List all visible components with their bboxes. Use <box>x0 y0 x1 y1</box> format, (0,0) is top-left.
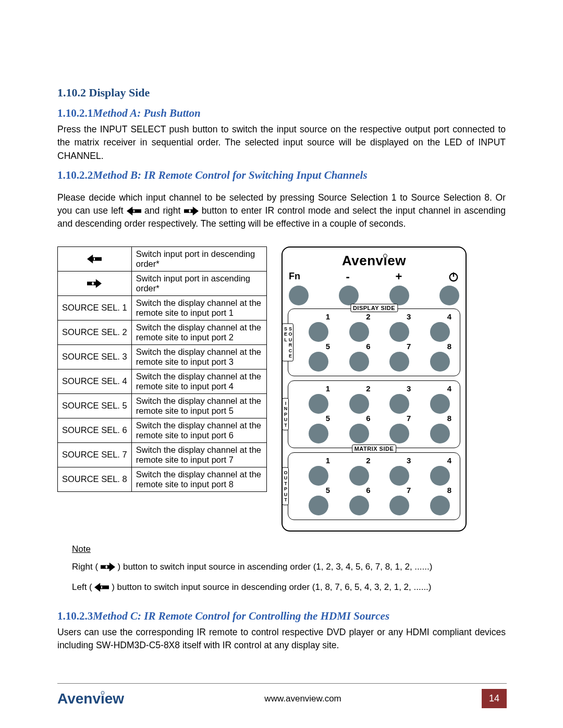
source-sel-button-7[interactable] <box>389 352 409 372</box>
remote-button-cell: 6 <box>345 486 374 515</box>
footer-logo: Avenview <box>57 690 124 707</box>
source-sel-button-2[interactable] <box>349 322 369 342</box>
table-cell-label <box>58 246 132 271</box>
table-row: SOURCE SEL. 4Switch the display channel … <box>58 369 267 393</box>
remote-minus-button[interactable] <box>339 286 359 305</box>
arrow-left-icon <box>87 253 102 265</box>
function-table: Switch input port in descending order*Sw… <box>57 246 267 492</box>
remote-button-number: 2 <box>345 456 374 465</box>
table-cell-desc: Switch the display channel at the remote… <box>131 418 266 442</box>
output-button-5[interactable] <box>309 496 328 515</box>
remote-button-number: 3 <box>385 312 414 321</box>
remote-button-number: 1 <box>304 384 333 393</box>
output-button-7[interactable] <box>389 496 409 515</box>
remote-button-cell: 5 <box>304 414 333 443</box>
output-button-6[interactable] <box>349 496 369 515</box>
table-cell-desc: Switch the display channel at the remote… <box>131 295 266 320</box>
output-button-8[interactable] <box>430 496 450 515</box>
remote-section-source-sel: DISPLAY SIDE SOURCE SEL 12345678 <box>288 309 460 376</box>
remote-button-number: 6 <box>345 342 374 351</box>
input-button-7[interactable] <box>389 424 409 443</box>
remote-button-cell: 7 <box>385 342 414 372</box>
remote-fn-button[interactable] <box>289 286 309 305</box>
remote-button-number: 7 <box>385 486 414 495</box>
output-button-4[interactable] <box>430 466 450 486</box>
table-cell-label: SOURCE SEL. 2 <box>58 320 132 344</box>
remote-button-number: 2 <box>345 312 374 321</box>
heading-display-side: 1.10.2 Display Side <box>57 86 506 100</box>
remote-fn-label: Fn <box>289 271 300 282</box>
remote-button-number: 5 <box>304 486 333 495</box>
output-button-2[interactable] <box>349 466 369 486</box>
remote-button-number: 6 <box>345 486 374 495</box>
table-row: SOURCE SEL. 1Switch the display channel … <box>58 295 267 320</box>
remote-button-cell: 1 <box>304 456 333 486</box>
table-cell-label: SOURCE SEL. 1 <box>58 295 132 320</box>
input-button-1[interactable] <box>309 394 328 414</box>
remote-plus-button[interactable] <box>389 286 409 305</box>
input-button-4[interactable] <box>430 394 450 414</box>
input-button-6[interactable] <box>349 424 369 443</box>
paragraph-method-a: Press the INPUT SELECT push button to sw… <box>57 123 506 163</box>
table-row: SOURCE SEL. 2Switch the display channel … <box>58 320 267 344</box>
remote-power-button[interactable] <box>439 286 459 305</box>
table-cell-desc: Switch the display channel at the remote… <box>131 320 266 344</box>
table-row: SOURCE SEL. 7Switch the display channel … <box>58 442 267 467</box>
source-sel-button-1[interactable] <box>309 322 328 342</box>
paragraph-method-c: Users can use the corresponding IR remot… <box>57 626 506 652</box>
output-button-1[interactable] <box>309 466 328 486</box>
source-sel-button-4[interactable] <box>430 322 450 342</box>
input-button-8[interactable] <box>430 424 450 443</box>
table-cell-label: SOURCE SEL. 3 <box>58 344 132 369</box>
remote-section-output: OUTPUT 12345678 <box>288 452 460 520</box>
remote-button-number: 1 <box>304 312 333 321</box>
table-cell-label: SOURCE SEL. 6 <box>58 418 132 442</box>
input-button-3[interactable] <box>389 394 409 414</box>
table-cell-label: SOURCE SEL. 8 <box>58 467 132 491</box>
heading-method-b-num: 1.10.2.2 <box>57 169 93 181</box>
remote-button-number: 1 <box>304 456 333 465</box>
input-button-5[interactable] <box>309 424 328 443</box>
paragraph-method-b: Please decide which input channel to be … <box>57 191 506 231</box>
source-sel-button-5[interactable] <box>309 352 328 372</box>
remote-button-number: 3 <box>385 384 414 393</box>
remote-button-row: 5678 <box>304 486 455 515</box>
table-cell-desc: Switch the display channel at the remote… <box>131 442 266 467</box>
source-sel-button-8[interactable] <box>430 352 450 372</box>
remote-button-row: 1234 <box>304 312 455 342</box>
heading-method-a-num: 1.10.2.1 <box>57 107 93 119</box>
arrow-right-icon <box>87 278 102 289</box>
remote-button-number: 3 <box>385 456 414 465</box>
notes-title: Note <box>72 544 506 554</box>
remote-plus-label: + <box>396 270 402 283</box>
remote-button-number: 6 <box>345 414 374 423</box>
remote-button-cell: 5 <box>304 486 333 515</box>
table-cell-label: SOURCE SEL. 7 <box>58 442 132 467</box>
remote-button-cell: 2 <box>345 312 374 342</box>
tag-matrix-side: MATRIX SIDE <box>352 445 397 453</box>
arrow-left-icon <box>127 205 141 217</box>
source-sel-button-3[interactable] <box>389 322 409 342</box>
notes-section: Note Right ( ) button to switch input so… <box>57 544 506 595</box>
remote-button-cell: 5 <box>304 342 333 372</box>
source-sel-button-6[interactable] <box>349 352 369 372</box>
table-cell-desc: Switch input port in descending order* <box>131 246 266 271</box>
table-cell-desc: Switch the display channel at the remote… <box>131 393 266 418</box>
remote-button-cell: 1 <box>304 312 333 342</box>
remote-button-number: 8 <box>425 414 455 423</box>
remote-button-cell: 8 <box>425 414 455 443</box>
footer-url: www.avenview.com <box>264 694 341 704</box>
remote-button-cell: 2 <box>345 456 374 486</box>
remote-button-number: 4 <box>425 312 455 321</box>
remote-button-cell: 1 <box>304 384 333 414</box>
note-left-post: ) button to switch input source in desce… <box>112 582 431 592</box>
table-row: SOURCE SEL. 6Switch the display channel … <box>58 418 267 442</box>
note-left-pre: Left ( <box>72 582 92 592</box>
remote-button-cell: 4 <box>425 384 455 414</box>
table-row: SOURCE SEL. 5Switch the display channel … <box>58 393 267 418</box>
heading-method-c-text: Method C: IR Remote Control for Controll… <box>93 610 389 622</box>
output-button-3[interactable] <box>389 466 409 486</box>
remote-grid-output: 12345678 <box>291 456 457 515</box>
remote-button-cell: 4 <box>425 456 455 486</box>
input-button-2[interactable] <box>349 394 369 414</box>
